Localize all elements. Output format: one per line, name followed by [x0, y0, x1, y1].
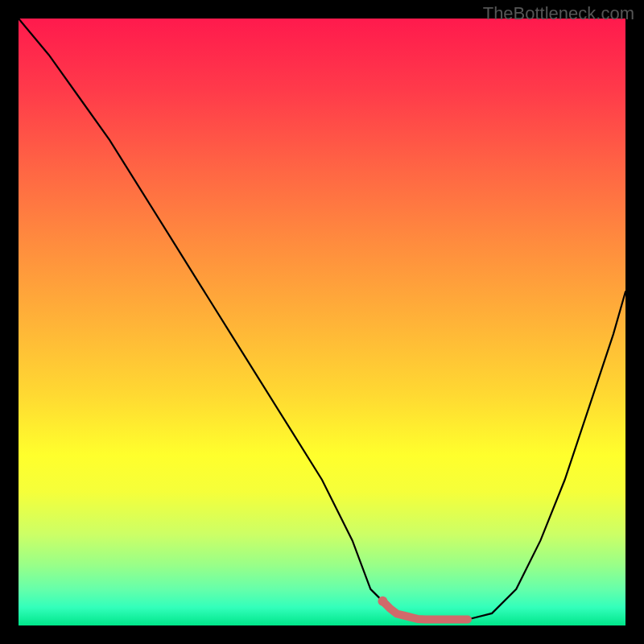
bottleneck-curve-path [19, 19, 625, 620]
optimal-range-dot [378, 597, 387, 606]
bottleneck-curve-svg [19, 19, 625, 625]
chart-plot-area [19, 19, 625, 625]
optimal-range-marker [382, 601, 468, 620]
watermark-text: TheBottleneck.com [483, 3, 634, 24]
